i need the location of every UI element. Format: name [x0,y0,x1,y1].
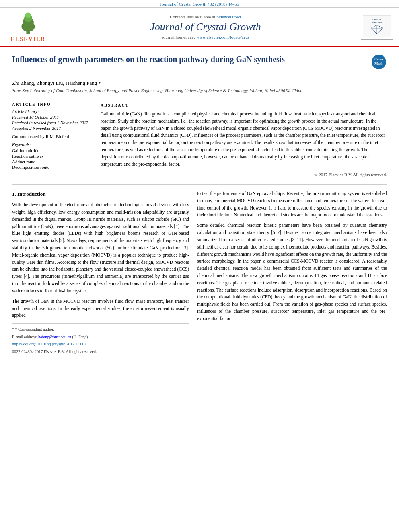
elsevier-brand-text: ELSEVIER [11,36,46,43]
svg-text:CRYSTAL: CRYSTAL [372,18,382,21]
article-title: Influences of growth parameters on the r… [12,54,285,64]
elsevier-logo: ELSEVIER [11,11,46,43]
contents-available-text: Contents lists available at [170,14,215,19]
elsevier-tree-icon [12,11,44,35]
abstract-heading: ABSTRACT [101,102,387,108]
journal-top-bar: Journal of Crystal Growth 482 (2018) 44–… [0,0,399,8]
intro-right-paragraph-1: to test the performance of GaN epitaxial… [197,190,387,219]
svg-text:GROWTH: GROWTH [372,22,382,24]
svg-text:Mark: Mark [374,62,383,66]
elsevier-logo-area: ELSEVIER [4,11,52,43]
page-header: ELSEVIER Contents lists available at Sci… [0,8,399,47]
copyright-line: © 2017 Elsevier B.V. All rights reserved… [101,171,387,178]
keyword-2: Reaction pathway [12,154,93,158]
svg-point-4 [25,13,31,18]
intro-right-paragraph-2: Some detailed chemical reaction kinetic … [197,222,387,322]
body-section: 1. Introduction With the development of … [12,184,387,356]
footnote-text: * Corresponding author. [15,327,54,331]
doi-link[interactable]: https://doi.org/10.1016/j.jcrysgro.2017.… [12,342,86,346]
journal-title: Journal of Crystal Growth [150,21,261,33]
crystal-growth-logo-area: CRYSTAL GROWTH [359,11,395,43]
email-footer-line: E-mail address: hafang@hust.edu.cn (H. F… [12,334,189,340]
affiliation-line: State Key Laboratory of Coal Combustion,… [12,88,387,93]
abstract-text: Gallium nitride (GaN) film growth is a c… [101,111,387,168]
keyword-4: Decomposition route [12,165,93,170]
email-link[interactable]: hafang@hust.edu.cn [38,335,71,339]
crystal-growth-logo-icon: CRYSTAL GROWTH [363,15,391,37]
abstract-col: ABSTRACT Gallium nitride (GaN) film grow… [101,102,387,178]
communicated-by: Communicated by R.M. Biefeld [12,134,93,139]
keyword-3: Adduct route [12,159,93,164]
keywords-label: Keywords: [12,142,93,147]
received-date: Received 10 October 2017 [12,115,93,119]
article-info-col: ARTICLE INFO Article history: Received 1… [12,102,93,178]
keyword-1: Gallium nitride [12,148,93,153]
article-info-abstract: ARTICLE INFO Article history: Received 1… [12,97,387,178]
article-history: Article history: Received 10 October 201… [12,109,93,131]
intro-paragraph-2: The growth of GaN in the MOCVD reactors … [12,298,189,319]
accepted-date: Accepted 2 November 2017 [12,126,93,131]
keywords-section: Keywords: Gallium nitride Reaction pathw… [12,142,93,170]
body-left-col: 1. Introduction With the development of … [12,190,189,356]
science-direct-line: Contents lists available at ScienceDirec… [170,14,241,19]
issn-line: 0022-0248/© 2017 Elsevier B.V. All right… [12,349,189,355]
email-suffix: (H. Fang). [72,335,88,339]
footer-area: * * Corresponding author. E-mail address… [12,323,189,355]
doi-line: https://doi.org/10.1016/j.jcrysgro.2017.… [12,341,189,347]
article-title-section: Influences of growth parameters on the r… [12,54,387,75]
crystal-growth-logo: CRYSTAL GROWTH [361,14,393,40]
received-revised-date: Received in revised form 1 November 2017 [12,120,93,125]
article-info-heading: ARTICLE INFO [12,102,93,107]
intro-paragraph-1: With the development of the electronic a… [12,201,189,295]
crossmark-icon: Cross Mark [371,54,387,70]
journal-header-center: Contents lists available at ScienceDirec… [56,11,355,43]
journal-reference: Journal of Crystal Growth 482 (2018) 44–… [160,2,239,6]
communicated-text: Communicated by R.M. Biefeld [12,134,69,139]
footnote-star: * * Corresponding author. [12,326,189,333]
homepage-url[interactable]: www.elsevier.com/locate/crys [196,35,249,39]
authors-line: Zhi Zhang, Zhongyi Liu, Haisheng Fang * [12,80,387,86]
history-label: Article history: [12,109,93,114]
body-right-col: to test the performance of GaN epitaxial… [197,190,387,356]
homepage-label: journal homepage: [162,35,195,39]
science-direct-link[interactable]: ScienceDirect [216,14,241,19]
email-label: E-mail address: [12,335,37,339]
svg-text:Cross: Cross [374,57,383,61]
journal-homepage-line: journal homepage: www.elsevier.com/locat… [162,35,249,39]
main-content: Influences of growth parameters on the r… [0,47,399,363]
section-1-title: 1. Introduction [12,190,189,198]
